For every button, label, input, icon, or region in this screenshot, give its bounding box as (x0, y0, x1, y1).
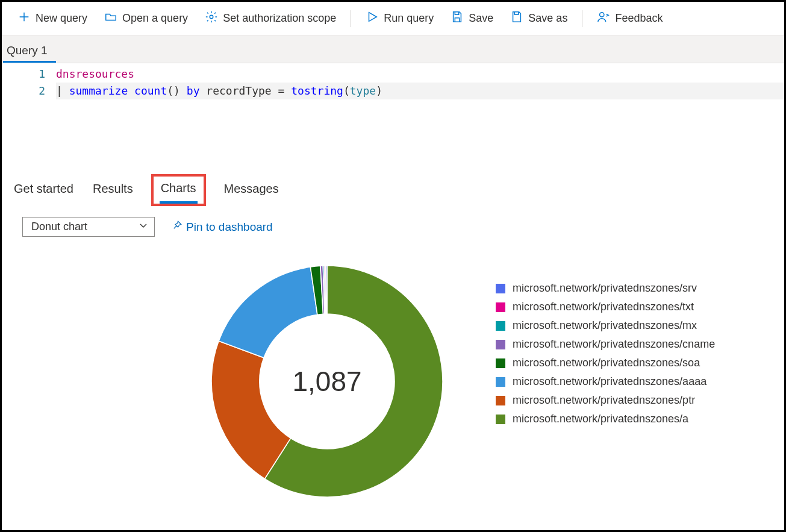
legend-swatch (496, 415, 505, 424)
token-pipe: | (56, 84, 63, 97)
save-as-icon (510, 10, 523, 27)
editor-code[interactable]: dnsresources | summarize count() by reco… (56, 63, 784, 166)
save-as-button[interactable]: Save as (503, 7, 575, 30)
command-toolbar: New query Open a query Set authorization… (2, 2, 784, 36)
set-scope-button[interactable]: Set authorization scope (198, 7, 343, 30)
query-tab-label: Query 1 (7, 44, 48, 57)
legend-swatch (496, 302, 505, 312)
legend-label: microsoft.network/privatednszones/srv (513, 282, 697, 295)
legend-swatch (496, 321, 505, 331)
token-operator: = (278, 84, 285, 97)
legend-item[interactable]: microsoft.network/privatednszones/srv (496, 279, 715, 298)
result-tabs: Get started Results Charts Messages (2, 166, 784, 206)
tab-get-started[interactable]: Get started (13, 178, 75, 202)
tab-charts-highlight: Charts (151, 174, 206, 206)
tab-charts[interactable]: Charts (160, 178, 198, 204)
legend-label: microsoft.network/privatednszones/ptr (513, 394, 695, 407)
save-icon (451, 10, 464, 27)
line-number: 1 (2, 66, 45, 83)
tab-messages[interactable]: Messages (223, 178, 280, 202)
tab-label: Get started (14, 182, 73, 195)
legend-label: microsoft.network/privatednszones/cname (513, 338, 715, 351)
dropdown-value: Donut chart (31, 221, 87, 233)
play-icon (366, 10, 379, 27)
run-query-label: Run query (384, 12, 434, 25)
legend-swatch (496, 377, 505, 387)
query-editor[interactable]: 1 2 dnsresources | summarize count() by … (2, 63, 784, 166)
legend-item[interactable]: microsoft.network/privatednszones/soa (496, 354, 715, 372)
legend-item[interactable]: microsoft.network/privatednszones/a (496, 410, 715, 428)
toolbar-separator (582, 10, 582, 27)
query-tabs-bar: Query 1 (2, 36, 784, 63)
chart-area: 1,087 microsoft.network/privatednszones/… (2, 237, 784, 502)
folder-open-icon (104, 10, 117, 27)
open-query-label: Open a query (122, 12, 188, 25)
legend-label: microsoft.network/privatednszones/aaaa (513, 375, 706, 388)
tab-label: Messages (224, 182, 279, 195)
legend-swatch (496, 358, 505, 368)
token-keyword: summarize (69, 84, 128, 97)
query-tab-1[interactable]: Query 1 (3, 38, 56, 63)
tab-results[interactable]: Results (92, 178, 134, 202)
legend-item[interactable]: microsoft.network/privatednszones/mx (496, 316, 715, 335)
token-type: type (350, 84, 376, 97)
donut-slice[interactable] (219, 267, 317, 358)
legend-swatch (496, 340, 505, 349)
run-query-button[interactable]: Run query (358, 7, 441, 30)
token-keyword: by (187, 84, 200, 97)
save-label: Save (469, 12, 493, 25)
token-function: count (134, 84, 167, 97)
feedback-button[interactable]: Feedback (590, 7, 670, 30)
feedback-icon (597, 10, 610, 27)
save-button[interactable]: Save (443, 7, 501, 30)
chart-type-dropdown[interactable]: Donut chart (22, 217, 155, 237)
legend-label: microsoft.network/privatednszones/a (513, 413, 688, 425)
donut-center-total: 1,087 (292, 365, 361, 398)
legend-swatch (496, 396, 505, 405)
token-identifier: recordType (206, 84, 271, 97)
pin-label: Pin to dashboard (186, 221, 273, 234)
legend-item[interactable]: microsoft.network/privatednszones/ptr (496, 391, 715, 410)
tab-label: Results (93, 182, 133, 195)
legend-item[interactable]: microsoft.network/privatednszones/cname (496, 335, 715, 354)
pin-icon (172, 220, 182, 234)
gear-icon (205, 10, 218, 27)
feedback-label: Feedback (615, 12, 663, 25)
save-as-label: Save as (528, 12, 567, 25)
chart-legend: microsoft.network/privatednszones/srvmic… (496, 261, 715, 502)
legend-label: microsoft.network/privatednszones/txt (513, 301, 694, 313)
legend-label: microsoft.network/privatednszones/soa (513, 357, 700, 369)
chevron-down-icon (139, 221, 148, 233)
legend-swatch (496, 284, 505, 293)
new-query-label: New query (36, 12, 87, 25)
donut-chart[interactable]: 1,087 (207, 261, 448, 502)
donut-slice[interactable] (326, 266, 327, 314)
svg-point-1 (600, 13, 604, 17)
set-scope-label: Set authorization scope (223, 12, 336, 25)
pin-to-dashboard-link[interactable]: Pin to dashboard (172, 220, 273, 234)
legend-item[interactable]: microsoft.network/privatednszones/aaaa (496, 372, 715, 391)
open-query-button[interactable]: Open a query (97, 7, 195, 30)
plus-icon (17, 10, 31, 27)
svg-point-0 (210, 15, 213, 19)
legend-label: microsoft.network/privatednszones/mx (513, 319, 697, 332)
new-query-button[interactable]: New query (10, 7, 95, 30)
toolbar-separator (351, 10, 351, 27)
tab-label: Charts (161, 181, 196, 195)
chart-controls: Donut chart Pin to dashboard (2, 206, 784, 237)
token-identifier: dnsresources (56, 67, 134, 80)
legend-item[interactable]: microsoft.network/privatednszones/txt (496, 298, 715, 316)
token-function: tostring (291, 84, 343, 97)
line-number: 2 (2, 83, 45, 99)
editor-gutter: 1 2 (2, 63, 56, 166)
